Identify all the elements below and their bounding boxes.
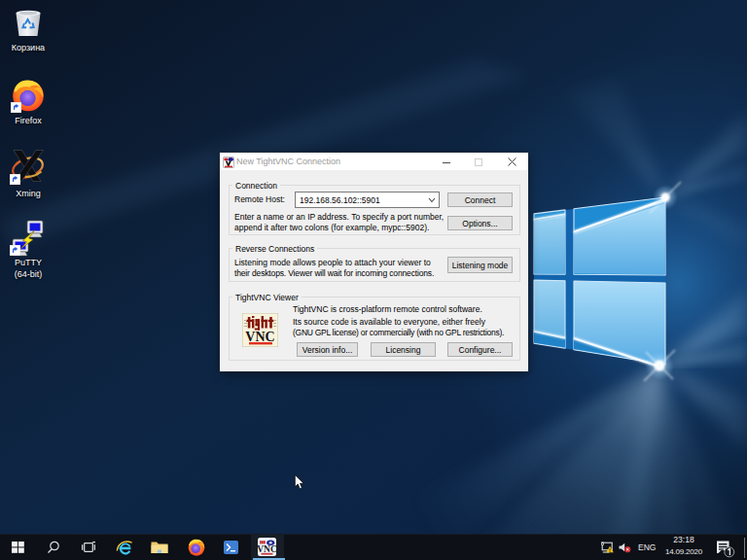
svg-text:VNC: VNC — [245, 330, 274, 344]
